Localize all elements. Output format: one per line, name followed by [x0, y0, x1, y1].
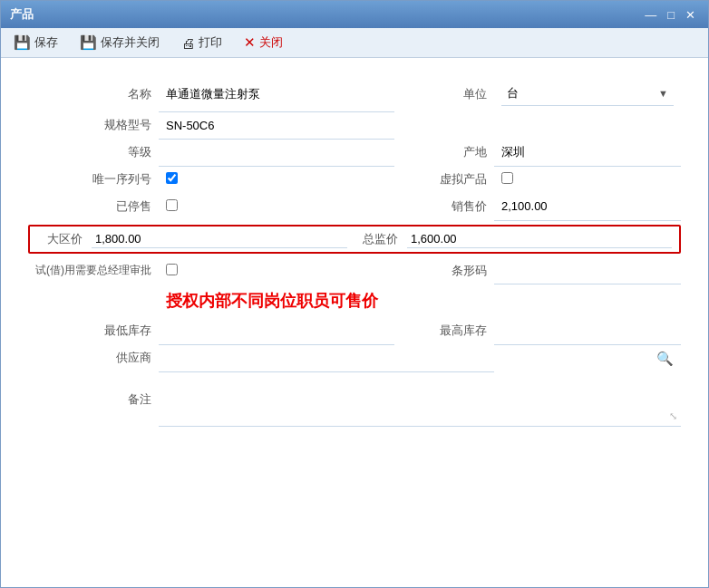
discontinued-saleprice-row: 已停售 销售价: [28, 193, 681, 220]
price-highlight-cell: 大区价 总监价: [28, 220, 681, 257]
max-stock-field[interactable]: [494, 317, 681, 344]
region-price-label: 大区价: [37, 231, 92, 247]
resize-icon: ⤡: [669, 410, 677, 422]
save-close-icon: 💾: [80, 34, 97, 51]
region-price-field[interactable]: [92, 230, 347, 248]
toolbar: 💾 保存 💾 保存并关闭 🖨 打印 ✕ 关闭: [1, 28, 708, 58]
unit-cell: 台 ▼: [494, 76, 681, 111]
min-stock-input[interactable]: [166, 323, 387, 337]
price-highlight-box: 大区价 总监价: [28, 225, 681, 254]
price-highlight-row: 大区价 总监价: [28, 220, 681, 257]
min-stock-field[interactable]: [159, 317, 394, 344]
model-row: 规格型号: [28, 111, 681, 139]
supplier-search-icon[interactable]: 🔍: [656, 351, 674, 366]
discontinued-checkbox[interactable]: [166, 199, 178, 211]
print-icon: 🖨: [181, 35, 195, 51]
name-input[interactable]: [166, 87, 387, 101]
unit-label: 单位: [422, 76, 494, 111]
maximize-button[interactable]: □: [664, 8, 678, 22]
supplier-row: 供应商 🔍: [28, 344, 681, 372]
window-controls: — □ ✕: [641, 8, 699, 22]
window-close-button[interactable]: ✕: [682, 8, 699, 22]
min-stock-label: 最低库存: [28, 317, 159, 344]
model-field[interactable]: [159, 111, 394, 139]
stock-row: 最低库存 最高库存: [28, 317, 681, 344]
barcode-input[interactable]: [501, 264, 674, 277]
sale-price-label: 销售价: [422, 193, 494, 220]
region-price-section: 大区价: [30, 230, 354, 248]
close-label: 关闭: [259, 34, 283, 51]
title-bar: 产品 — □ ✕: [1, 1, 708, 28]
grade-label: 等级: [28, 139, 159, 166]
close-icon: ✕: [244, 34, 256, 51]
supervisor-price-label: 总监价: [362, 231, 407, 247]
supplier-input[interactable]: [166, 352, 487, 365]
serial-checkbox-cell: [159, 166, 394, 193]
print-button[interactable]: 🖨 打印: [178, 33, 226, 53]
virtual-checkbox-cell: [494, 166, 681, 193]
barcode-label: 条形码: [422, 257, 494, 284]
supplier-label: 供应商: [28, 344, 159, 372]
serial-checkbox[interactable]: [166, 172, 178, 184]
close-button[interactable]: ✕ 关闭: [240, 33, 287, 53]
trial-label: 试(借)用需要总经理审批: [28, 257, 159, 284]
save-close-label: 保存并关闭: [101, 34, 160, 51]
unit-dropdown[interactable]: 台 ▼: [501, 82, 674, 106]
save-button[interactable]: 💾 保存: [10, 33, 62, 53]
save-label: 保存: [34, 34, 58, 51]
name-field[interactable]: [159, 76, 394, 111]
grade-field[interactable]: [159, 139, 394, 166]
origin-input[interactable]: [501, 146, 674, 159]
origin-field[interactable]: [494, 139, 681, 166]
print-label: 打印: [199, 34, 222, 51]
trial-checkbox-cell: [159, 257, 394, 284]
max-stock-input[interactable]: [501, 323, 674, 337]
notes-row: 备注 ⤡: [28, 372, 681, 427]
save-icon: 💾: [14, 34, 31, 51]
trial-checkbox[interactable]: [166, 264, 178, 275]
max-stock-label: 最高库存: [422, 317, 494, 344]
serial-virtual-row: 唯一序列号 虚拟产品: [28, 166, 681, 193]
discontinued-label: 已停售: [28, 193, 159, 220]
supervisor-price-field[interactable]: [407, 230, 672, 248]
virtual-checkbox[interactable]: [501, 172, 513, 184]
form-content: 名称 单位 台 ▼ 规格型号: [1, 58, 708, 587]
notes-label: 备注: [28, 372, 159, 427]
form-table: 名称 单位 台 ▼ 规格型号: [28, 76, 681, 427]
supplier-field[interactable]: [159, 344, 494, 372]
model-label: 规格型号: [28, 111, 159, 139]
trial-barcode-row: 试(借)用需要总经理审批 条形码: [28, 257, 681, 284]
grade-origin-row: 等级 产地: [28, 139, 681, 166]
notes-field[interactable]: ⤡: [159, 372, 681, 427]
virtual-label: 虚拟产品: [422, 166, 494, 193]
discontinued-checkbox-cell: [159, 193, 394, 220]
notes-input[interactable]: [166, 378, 674, 418]
grade-input[interactable]: [166, 146, 387, 159]
note-text: 授权内部不同岗位职员可售价: [166, 292, 378, 310]
unit-value: 台: [507, 85, 653, 101]
origin-label: 产地: [422, 139, 494, 166]
unit-dropdown-arrow-icon[interactable]: ▼: [658, 88, 668, 99]
note-cell: 授权内部不同岗位职员可售价: [159, 284, 681, 318]
product-window: 产品 — □ ✕ 💾 保存 💾 保存并关闭 🖨 打印 ✕ 关闭 名: [0, 0, 709, 588]
sale-price-input[interactable]: [501, 199, 674, 213]
serial-label: 唯一序列号: [28, 166, 159, 193]
supervisor-price-input[interactable]: [411, 232, 668, 246]
model-input[interactable]: [166, 119, 387, 132]
barcode-field[interactable]: [494, 257, 681, 284]
save-close-button[interactable]: 💾 保存并关闭: [76, 33, 163, 53]
note-row: 授权内部不同岗位职员可售价: [28, 284, 681, 318]
supervisor-price-section: 总监价: [354, 230, 679, 248]
name-row: 名称 单位 台 ▼: [28, 76, 681, 111]
minimize-button[interactable]: —: [641, 8, 660, 22]
name-label: 名称: [28, 76, 159, 111]
window-title: 产品: [10, 6, 34, 23]
sale-price-field[interactable]: [494, 193, 681, 220]
region-price-input[interactable]: [95, 232, 344, 246]
